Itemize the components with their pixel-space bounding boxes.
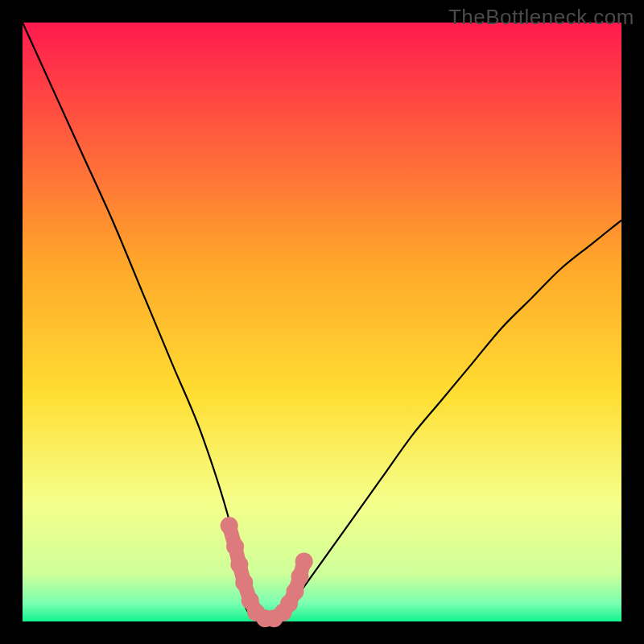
highlight-dot [226,538,244,555]
watermark-text: TheBottleneck.com [448,5,634,30]
highlight-dot [221,517,238,535]
plot-background [23,23,621,621]
chart-container: TheBottleneck.com [0,0,644,644]
highlight-dot [295,553,313,571]
highlight-dot [230,555,248,573]
highlight-dot [235,574,253,592]
highlight-dot [287,583,304,601]
highlight-dot [291,568,308,585]
bottleneck-chart [0,0,644,644]
